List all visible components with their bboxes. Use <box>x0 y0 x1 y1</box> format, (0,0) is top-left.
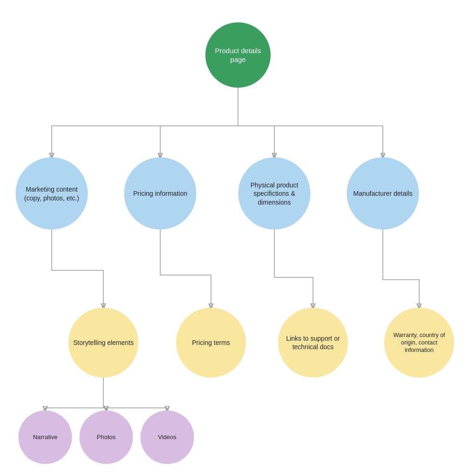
node-photos-label: Photos <box>97 434 116 441</box>
node-pricing-terms-label: Pricing terms <box>192 338 230 347</box>
node-physical-label: Physical product specifictions & dimensi… <box>243 181 306 207</box>
node-storytelling-label: Storytelling elements <box>73 338 134 347</box>
root-node: Product details page <box>205 22 271 88</box>
node-support-links-label: Links to support or technical docs <box>283 334 343 351</box>
node-videos-label: Videos <box>158 434 177 441</box>
node-manufacturer-label: Manufacturer details <box>354 189 413 198</box>
node-manufacturer: Manufacturer details <box>347 158 419 230</box>
node-support-links: Links to support or technical docs <box>278 308 348 378</box>
node-narrative-label: Narrative <box>33 434 58 441</box>
diagram: Product details page Marketing content (… <box>0 0 476 475</box>
node-videos: Videos <box>141 411 194 464</box>
node-marketing-label: Marketing content (copy, photos, etc.) <box>20 185 83 202</box>
node-narrative: Narrative <box>19 411 72 464</box>
node-photos: Photos <box>80 411 133 464</box>
node-pricing-info: Pricing information <box>124 158 197 230</box>
node-physical: Physical product specifictions & dimensi… <box>238 158 311 230</box>
node-warranty: Warranty, country of origin, contact inf… <box>384 308 454 378</box>
root-label: Product details page <box>210 46 266 64</box>
node-pricing-terms: Pricing terms <box>176 308 246 378</box>
node-pricing-info-label: Pricing information <box>133 189 187 198</box>
node-storytelling: Storytelling elements <box>68 308 138 378</box>
node-warranty-label: Warranty, country of origin, contact inf… <box>389 331 449 354</box>
node-marketing: Marketing content (copy, photos, etc.) <box>16 158 88 230</box>
